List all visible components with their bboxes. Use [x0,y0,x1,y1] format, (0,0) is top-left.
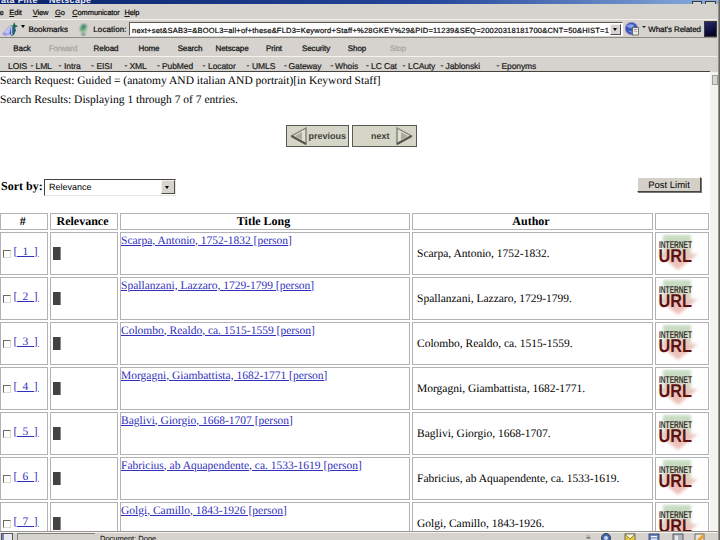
svg-text:URL: URL [659,244,693,265]
svg-text:URL: URL [659,379,693,400]
svg-text:URL: URL [659,289,693,310]
svg-text:URL: URL [659,469,693,490]
svg-text:URL: URL [659,334,693,355]
svg-text:URL: URL [659,514,693,531]
svg-text:URL: URL [659,424,693,445]
